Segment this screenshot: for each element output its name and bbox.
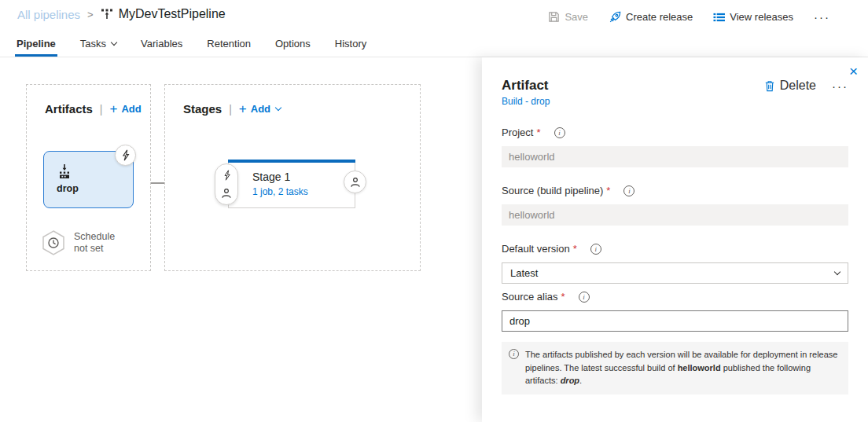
info-icon: i [509,349,519,359]
breadcrumb-all-pipelines[interactable]: All pipelines [17,8,80,21]
field-label: Project [502,127,533,138]
required-asterisk: * [606,185,610,196]
field-project: Project * i [502,127,848,167]
separator: | [229,103,232,116]
schedule-trigger-button[interactable]: Schedule not set [41,229,115,256]
page-header: All pipelines > MyDevTestPipeline [0,0,868,57]
info-icon[interactable]: i [623,185,634,196]
tab-tasks[interactable]: Tasks [79,33,118,57]
tab-retention[interactable]: Retention [205,33,252,57]
project-input[interactable] [502,146,848,167]
info-icon[interactable]: i [590,244,601,255]
continuous-deployment-trigger-button[interactable] [115,145,136,166]
tab-pipeline[interactable]: Pipeline [15,33,57,57]
add-artifact-button[interactable]: Add [121,103,141,115]
info-icon[interactable]: i [554,127,565,138]
field-label: Source (build pipeline) [502,185,603,196]
field-label-row: Source alias * i [502,291,848,303]
post-deployment-conditions-button[interactable] [344,171,366,193]
trash-icon [764,80,775,92]
artifact-source-link[interactable]: Build - drop [502,96,848,107]
breadcrumb-separator: > [87,9,94,20]
panel-title-row: Artifact Delete ··· [502,78,848,94]
view-releases-button[interactable]: View releases [713,11,793,23]
pre-deployment-conditions-button[interactable] [215,163,238,205]
artifact-name: drop [57,183,79,194]
field-label-row: Project * i [502,127,848,138]
rocket-icon [609,11,621,24]
tab-bar: Pipeline Tasks Variables Retention Optio… [15,33,368,57]
stage-name: Stage 1 [252,171,290,183]
chevron-down-icon [275,105,281,111]
build-artifact-icon [57,163,72,180]
field-label: Source alias [502,291,558,303]
tab-options[interactable]: Options [274,33,312,57]
chevron-down-icon [111,39,117,46]
breadcrumb: All pipelines > MyDevTestPipeline [17,7,226,21]
artifacts-header: Artifacts | + Add [45,102,142,116]
plus-icon: + [110,102,118,116]
delete-button[interactable]: Delete [764,79,816,93]
save-icon [548,11,560,23]
field-label-row: Source (build pipeline) * i [502,185,848,196]
add-stage-button[interactable]: Add [251,103,270,115]
save-button[interactable]: Save [548,11,588,23]
source-build-pipeline-input[interactable] [502,204,848,226]
panel-more-button[interactable]: ··· [832,79,848,93]
stage-card[interactable]: Stage 1 1 job, 2 tasks [228,160,355,208]
stage-accent-bar [228,160,355,163]
field-label: Default version [502,243,570,255]
stage-jobs-tasks-link[interactable]: 1 job, 2 tasks [252,186,308,197]
panel-title: Artifact [502,78,549,94]
tab-history[interactable]: History [333,33,368,57]
source-alias-input[interactable] [502,310,848,332]
stages-title: Stages [183,102,222,116]
list-icon [713,12,725,23]
create-release-button[interactable]: Create release [609,11,693,24]
artifacts-title: Artifacts [45,102,93,116]
release-pipeline-icon [101,8,113,20]
panel-actions: Delete ··· [764,79,848,93]
schedule-clock-icon [41,229,66,256]
person-icon [350,177,361,188]
tab-variables[interactable]: Variables [139,33,184,57]
dropdown-selected-value: Latest [510,267,538,279]
release-pipeline-editor: All pipelines > MyDevTestPipeline [0,0,868,422]
person-icon [221,188,232,199]
default-version-dropdown[interactable]: Latest [502,262,848,284]
note-text: The artifacts published by each version … [525,350,837,385]
required-asterisk: * [573,243,577,255]
pipeline-title: MyDevTestPipeline [101,7,226,21]
lightning-bolt-icon [121,149,130,161]
stages-header: Stages | + Add [183,102,281,116]
field-source: Source (build pipeline) * i [502,185,848,226]
chevron-down-icon [834,268,840,274]
field-default-version: Default version * i Latest [502,243,848,284]
separator: | [100,103,103,116]
required-asterisk: * [536,127,540,138]
more-actions-button[interactable]: ··· [814,10,830,24]
artifact-info-note: i The artifacts published by each versio… [502,342,848,394]
command-bar: Save Create release [548,10,830,24]
close-icon[interactable]: × [847,61,860,81]
pipeline-name: MyDevTestPipeline [119,7,226,21]
field-source-alias: Source alias * i [502,291,848,332]
plus-icon: + [239,102,247,116]
field-label-row: Default version * i [502,243,848,255]
lightning-bolt-icon [223,170,231,181]
artifact-details-panel: × Artifact Delete ··· [482,57,868,422]
required-asterisk: * [561,291,565,303]
info-icon[interactable]: i [579,292,590,303]
schedule-status-text: Schedule not set [74,231,115,255]
